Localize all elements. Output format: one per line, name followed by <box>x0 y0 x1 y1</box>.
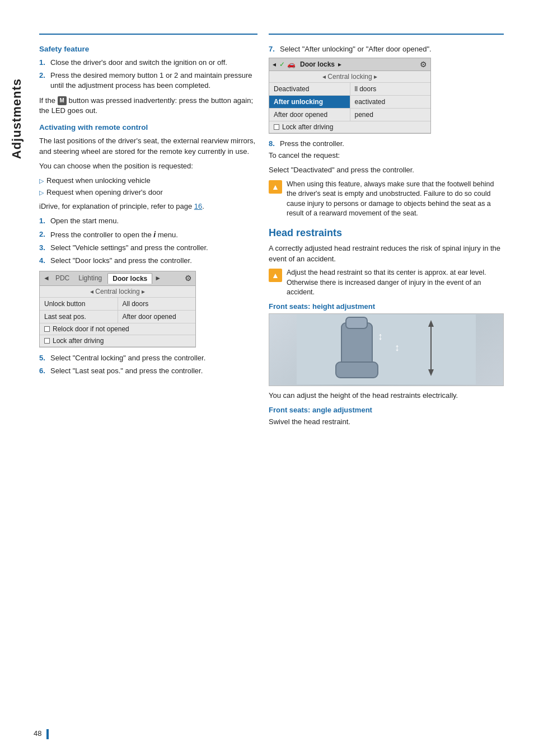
menu-central-locking-row: ◂ Central locking ▸ <box>40 286 195 298</box>
activating-steps-list: 1. Open the start menu. 2. Press the con… <box>39 216 257 266</box>
safety-feature-heading: Safety feature <box>39 45 257 53</box>
menu-cell-all-doors: All doors <box>118 298 196 310</box>
menu-cell-after-door: After door opened <box>118 311 196 323</box>
menu-right-arrow: ► <box>154 274 161 282</box>
menu2-cell-ll-doors: ll doors <box>350 83 431 95</box>
idrive-page-link[interactable]: 16 <box>194 202 202 210</box>
front-seats-angle-para: Swivel the head restraint. <box>269 417 504 428</box>
step-text-6: Select "Last seat pos." and press the co… <box>50 366 203 376</box>
step-7-row: 7. Select "After unlocking" or "After do… <box>269 45 504 53</box>
menu2-right-arrow: ▸ <box>338 60 341 68</box>
menu2-checkbox-row: Lock after driving <box>269 121 430 133</box>
activating-heading: Activating with remote control <box>39 123 257 132</box>
warning-text-1: When using this feature, always make sur… <box>287 180 504 219</box>
menu-row-2: Last seat pos. After door opened <box>40 311 195 323</box>
menu2-left-arrow: ◂ <box>273 60 276 68</box>
act-text-2: Press the controller to open the i menu. <box>50 229 178 241</box>
step-text-5: Select "Central locking" and press the c… <box>50 353 205 363</box>
menu2-settings-icon: ⚙ <box>420 60 427 69</box>
top-rule-right <box>269 34 504 35</box>
safety-note-pre: If the <box>39 96 55 105</box>
arrow-icon-1: ▷ <box>39 177 44 186</box>
menu-checkbox-row-1: Relock door if not opened <box>40 323 195 335</box>
idrive-period: . <box>202 202 204 210</box>
page-number: 48 <box>34 729 49 739</box>
idrive-ref-text: iDrive, for explanation of principle, re… <box>39 202 192 210</box>
act-num-2: 2. <box>39 229 48 241</box>
left-column: Safety feature 1. Close the driver's doo… <box>39 34 257 734</box>
door-locks-menu-1: ◄ PDC Lighting Door locks ► ⚙ ◂ Central … <box>39 271 196 348</box>
top-rule <box>39 34 257 35</box>
front-seats-angle-heading: Front seats: angle adjustment <box>269 406 504 414</box>
activating-section: Activating with remote control The last … <box>39 123 257 376</box>
step-num-5: 5. <box>39 353 48 363</box>
step-num-7: 7. <box>269 45 278 53</box>
tab-pdc[interactable]: PDC <box>52 273 73 283</box>
warning-triangle-icon-2: ▲ <box>269 269 282 282</box>
menu-top-bar-1: ◄ PDC Lighting Door locks ► ⚙ <box>40 271 195 286</box>
safety-feature-section: Safety feature 1. Close the driver's doo… <box>39 45 257 116</box>
main-content: Safety feature 1. Close the driver's doo… <box>34 0 534 756</box>
svg-rect-0 <box>297 314 476 384</box>
step-text-1: Close the driver's door and switch the i… <box>50 58 227 68</box>
menu2-cell-deactivated: Deactivated <box>269 83 350 95</box>
warning-triangle-icon-1: ▲ <box>269 180 282 194</box>
menu2-row-deactivated: Deactivated ll doors <box>269 83 430 96</box>
menu2-cell-eactivated: eactivated <box>350 96 431 108</box>
menu2-central-locking: ◂ Central locking ▸ <box>269 71 430 83</box>
i-menu-icon: i <box>153 230 156 239</box>
safety-steps-list: 1. Close the driver's door and switch th… <box>39 58 257 91</box>
door-locks-menu-2: ◂ ✓ 🚗 Door locks ▸ ⚙ ◂ Central locking ▸… <box>269 58 431 134</box>
act-num-1: 1. <box>39 216 48 226</box>
settings-icon: ⚙ <box>185 274 192 283</box>
idrive-reference: iDrive, for explanation of principle, re… <box>39 201 257 212</box>
menu2-checkbox <box>274 124 279 130</box>
step-num-6: 6. <box>39 366 48 376</box>
menu-row-1: Unlock button All doors <box>40 298 195 311</box>
step-7-container: 7. Select "After unlocking" or "After do… <box>269 45 504 53</box>
cancel-instruction: Select "Deactivated" and press the contr… <box>269 165 504 176</box>
act-step-3: 3. Select "Vehicle settings" and press t… <box>39 243 257 253</box>
activating-para2: You can choose when the position is requ… <box>39 161 257 172</box>
menu2-door-locks-label: Door locks <box>300 60 335 68</box>
act-num-4: 4. <box>39 256 48 266</box>
front-seats-height-para: You can adjust the height of the head re… <box>269 391 504 401</box>
step-5: 5. Select "Central locking" and press th… <box>39 353 257 363</box>
steps-5-6-list: 5. Select "Central locking" and press th… <box>39 353 257 376</box>
warning-block-2: ▲ Adjust the head restraint so that its … <box>269 268 504 298</box>
menu-cell-unlock-button: Unlock button <box>40 298 118 310</box>
head-restraints-section: Head restraints A correctly adjusted hea… <box>269 227 504 428</box>
step-6: 6. Select "Last seat pos." and press the… <box>39 366 257 376</box>
menu-checkbox-row-2: Lock after driving <box>40 335 195 347</box>
bullet-text-1: Request when unlocking vehicle <box>46 176 151 186</box>
act-num-3: 3. <box>39 243 48 253</box>
menu-left-arrow: ◄ <box>43 274 50 282</box>
safety-step-1: 1. Close the driver's door and switch th… <box>39 58 257 68</box>
svg-text:↕: ↕ <box>378 331 383 342</box>
act-step-4: 4. Select "Door locks" and press the con… <box>39 256 257 266</box>
tab-lighting[interactable]: Lighting <box>75 273 105 283</box>
right-column: 7. Select "After unlocking" or "After do… <box>269 34 504 734</box>
head-restraints-heading: Head restraints <box>269 227 504 239</box>
sidebar: Adjustments <box>0 0 34 756</box>
page-number-text: 48 <box>34 729 41 738</box>
step-text-8: Press the controller. <box>280 139 344 148</box>
menu2-cell-after-door-opened: After door opened <box>269 109 350 121</box>
m-button: M <box>58 96 67 106</box>
menu2-checkmark: ✓ <box>279 60 285 68</box>
svg-rect-2 <box>336 362 378 378</box>
head-restraints-para: A correctly adjusted head restraint redu… <box>269 243 504 265</box>
act-step-1: 1. Open the start menu. <box>39 216 257 226</box>
checkbox-relock-label: Relock door if not opened <box>53 325 129 333</box>
menu2-cell-pened: pened <box>350 109 431 121</box>
bullet-2: ▷ Request when opening driver's door <box>39 187 257 198</box>
step-num-2: 2. <box>39 71 48 91</box>
tab-door-locks[interactable]: Door locks <box>107 273 152 284</box>
car-svg: ↕ ↕ <box>297 314 476 384</box>
menu2-car-icon: 🚗 <box>287 60 296 68</box>
menu-cell-last-seat: Last seat pos. <box>40 311 118 323</box>
warning-text-2: Adjust the head restraint so that its ce… <box>287 268 504 298</box>
svg-text:↕: ↕ <box>395 342 400 353</box>
act-text-1: Open the start menu. <box>50 216 119 226</box>
menu2-cell-after-unlocking: After unlocking <box>269 96 350 108</box>
